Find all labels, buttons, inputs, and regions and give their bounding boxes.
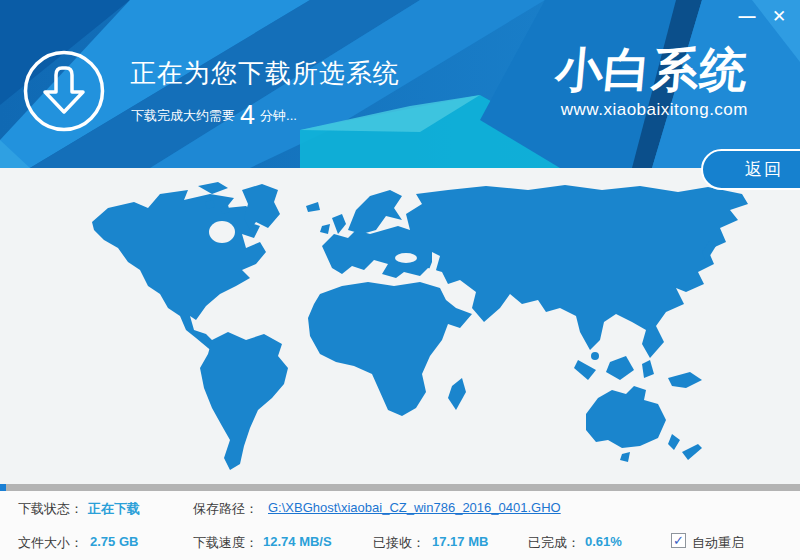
- page-title: 正在为您下载所选系统: [130, 56, 400, 91]
- download-status-label: 下载状态：: [18, 500, 83, 518]
- australia: [586, 386, 666, 448]
- eta-text: 下载完成大约需要4分钟...: [131, 100, 297, 131]
- status-bar: 下载状态： 正在下载 保存路径： G:\XBGhost\xiaobai_CZ_w…: [0, 491, 800, 560]
- sumatra: [574, 360, 596, 380]
- borneo: [606, 356, 634, 380]
- progress-fill: [0, 484, 6, 491]
- brand-website: www.xiaobaixitong.com: [556, 100, 748, 120]
- close-button[interactable]: ✕: [764, 4, 794, 30]
- eta-minutes: 4: [240, 100, 255, 130]
- gulf-of-mexico: [203, 317, 219, 333]
- eta-prefix: 下载完成大约需要: [131, 108, 235, 123]
- completed-label: 已完成：: [528, 534, 580, 552]
- map-area: [0, 168, 800, 484]
- united-kingdom: [332, 214, 346, 234]
- brand: 小白系统 www.xiaobaixitong.com: [556, 46, 748, 120]
- new-guinea: [668, 372, 702, 388]
- hudson-bay: [209, 221, 235, 243]
- back-button[interactable]: 返回: [701, 149, 800, 190]
- received-label: 已接收：: [373, 534, 425, 552]
- save-path-label: 保存路径：: [193, 500, 258, 518]
- download-speed-value: 12.74 MB/S: [263, 534, 332, 549]
- greenland: [242, 184, 280, 230]
- received-value: 17.17 MB: [432, 534, 488, 549]
- header: — ✕ 正在为您下载所选系统 下载完成大约需要4分钟... 小白系统 www.x…: [0, 0, 800, 168]
- black-sea: [395, 253, 417, 263]
- sulawesi: [642, 360, 654, 378]
- continent-north-america: [92, 190, 266, 358]
- save-path-link[interactable]: G:\XBGhost\xiaobai_CZ_win786_2016_0401.G…: [268, 500, 561, 515]
- ireland: [320, 224, 330, 234]
- continent-africa: [308, 282, 472, 416]
- file-size-value: 2.75 GB: [90, 534, 138, 549]
- app-window: — ✕ 正在为您下载所选系统 下载完成大约需要4分钟... 小白系统 www.x…: [0, 0, 800, 560]
- auto-restart-checkbox[interactable]: ✓: [671, 533, 686, 548]
- eta-suffix: 分钟...: [260, 108, 297, 123]
- completed-value: 0.61%: [585, 534, 622, 549]
- madagascar: [448, 378, 466, 410]
- new-zealand: [668, 434, 702, 460]
- download-icon: [21, 48, 107, 134]
- brand-logo: 小白系统: [554, 46, 750, 93]
- iceland: [306, 202, 320, 212]
- tasmania: [620, 452, 630, 462]
- download-progress-bar: [0, 484, 800, 491]
- minimize-button[interactable]: —: [732, 4, 762, 30]
- continent-south-america: [200, 332, 288, 470]
- auto-restart-label[interactable]: 自动重启: [692, 534, 744, 552]
- download-status-value: 正在下载: [88, 500, 140, 518]
- file-size-label: 文件大小：: [18, 534, 83, 552]
- sri-lanka: [591, 352, 599, 360]
- world-map: [50, 182, 760, 482]
- download-speed-label: 下载速度：: [193, 534, 258, 552]
